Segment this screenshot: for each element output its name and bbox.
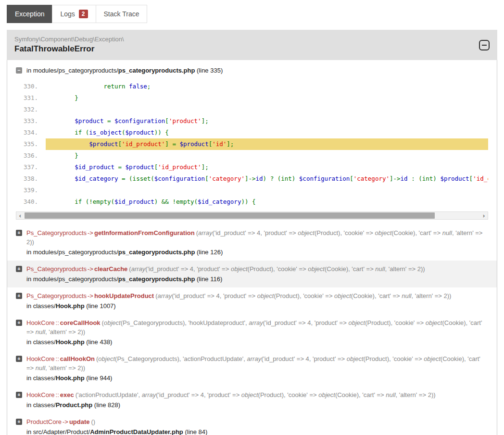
trace-class: Ps_Categoryproducts [26,292,87,299]
code-text: return false; [46,81,488,92]
trace-location: in classes/Hook.php (line 1007) [26,301,488,311]
trace-location: in modules/ps_categoryproducts/ps_catego… [26,248,488,257]
trace-method: hookUpdateProduct [94,292,154,299]
exception-namespace: Symfony\Component\Debug\Exception\ [14,36,490,43]
trace-class: Ps_Categoryproducts [26,265,87,273]
tab-stack-trace[interactable]: Stack Trace [96,5,148,23]
line-number: 337. [16,162,46,173]
line-number: 334. [16,127,46,138]
code-line: 332. [16,104,488,115]
tab-badge: 2 [79,10,88,18]
trace-source-line: − in modules/ps_categoryproducts/ps_cate… [7,67,497,74]
line-number: 340. [16,196,46,208]
trace-call: HookCore::callHookOn(object(Ps_Categoryp… [26,354,488,373]
trace-class: HookCore [26,355,55,362]
code-line: 340. if (!empty($id_product) && !empty($… [16,196,488,208]
trace-arguments: ('actionProductUpdate', array('id_produc… [76,391,436,398]
code-line: 330. return false; [16,81,488,92]
source-file-path: in modules/ps_categoryproducts/ps_catego… [26,67,223,74]
line-number: 331. [16,92,46,104]
tab-label: Exception [15,10,44,18]
line-number: 332. [16,104,46,115]
expand-toggle-icon[interactable]: + [16,419,22,425]
code-text: } [46,92,488,104]
trace-class: HookCore [26,391,55,398]
code-text: if (!empty($id_product) && !empty($id_ca… [46,196,488,208]
expand-toggle-icon[interactable]: + [16,320,22,326]
source-line-number: (line 335) [195,67,223,74]
expand-toggle-icon[interactable]: + [16,230,22,236]
source-prefix: in [26,67,33,74]
trace-entry: + Ps_Categoryproducts->clearCache(array(… [7,261,497,287]
line-number: 339. [16,185,46,196]
code-text: $product['id_product'] = $product['id']; [46,138,488,150]
scrollbar-thumb[interactable] [25,212,435,219]
trace-arguments: (array('id_product' => 4, 'product' => o… [155,292,451,299]
trace-method: exec [60,391,74,398]
expand-toggle-icon[interactable]: + [16,356,22,362]
trace-call: ProductCore->update() [26,417,488,426]
trace-call-separator: -> [87,229,94,236]
trace-entry: + ProductCore->update() in src/Adapter/P… [7,413,497,435]
expand-toggle-icon[interactable]: + [16,293,22,299]
exception-class-name: FatalThrowableError [14,44,490,54]
exception-header: Symfony\Component\Debug\Exception\ Fatal… [7,30,497,60]
trace-class: HookCore [26,319,55,326]
code-line: 334. if (is_object($product)) { [16,127,488,138]
line-number: 336. [16,150,46,162]
tab-label: Logs [60,10,75,18]
line-number: 335. [16,138,46,150]
exception-panel: Symfony\Component\Debug\Exception\ Fatal… [7,30,497,435]
trace-call: Ps_Categoryproducts->clearCache(array('i… [26,264,488,273]
trace-method: coreCallHook [60,319,101,326]
expand-toggle-icon[interactable]: + [16,266,22,272]
collapse-panel-icon[interactable] [479,40,490,50]
trace-call-separator: :: [55,355,60,362]
code-line: 331. } [16,92,488,104]
horizontal-scrollbar[interactable]: ‹ › [16,211,488,220]
trace-method: clearCache [94,265,127,273]
trace-call: Ps_Categoryproducts->getInformationFromC… [26,228,488,247]
trace-call: HookCore::exec('actionProductUpdate', ar… [26,390,488,399]
tab-logs[interactable]: Logs 2 [52,5,96,23]
tab-bar: Exception Logs 2 Stack Trace [7,5,497,23]
trace-call-separator: :: [55,319,60,326]
trace-call-separator: -> [87,292,94,299]
trace-location: in src/Adapter/Product/AdminProductDataU… [26,427,488,435]
code-line: 335. $product['id_product'] = $product['… [16,138,488,150]
scroll-left-arrow-icon[interactable]: ‹ [16,212,24,219]
stack-trace-list: + Ps_Categoryproducts->getInformationFro… [7,224,497,435]
trace-method: getInformationFromConfiguration [94,229,195,236]
trace-call-separator: -> [62,418,69,425]
tab-exception[interactable]: Exception [7,5,52,23]
trace-location: in classes/Product.php (line 828) [26,400,488,410]
trace-arguments: (array('id_product' => 4, 'product' => o… [129,265,425,273]
trace-method: callHookOn [60,355,95,362]
trace-entry: + HookCore::coreCallHook(object(Ps_Categ… [7,314,497,350]
code-text: if (is_object($product)) { [46,127,488,138]
trace-class: ProductCore [26,418,62,425]
scroll-right-arrow-icon[interactable]: › [480,212,488,219]
tab-label: Stack Trace [104,10,139,18]
collapse-toggle-icon[interactable]: − [16,67,22,74]
trace-entry: + Ps_Categoryproducts->hookUpdateProduct… [7,287,497,314]
expand-toggle-icon[interactable]: + [16,392,22,398]
trace-location: in classes/Hook.php (line 438) [26,337,488,347]
trace-location: in classes/Hook.php (line 944) [26,373,488,383]
trace-call-separator: :: [55,391,60,398]
code-line: 336. } [16,150,488,162]
code-text: $id_category = (isset($configuration['ca… [46,173,488,185]
trace-method: update [69,418,90,425]
source-dir: modules/ps_categoryproducts/ [33,67,118,74]
code-line: 337. $id_product = $product['id_product'… [16,162,488,173]
trace-entry: + HookCore::callHookOn(object(Ps_Categor… [7,350,497,386]
minus-bar [482,45,487,46]
code-line: 338. $id_category = (isset($configuratio… [16,173,488,185]
code-excerpt: 330. return false; 331. } 332. 333. $pro… [16,81,488,208]
source-file: ps_categoryproducts.php [118,67,195,74]
exception-page: Exception Logs 2 Stack Trace Symfony\Com… [0,0,504,435]
code-text [46,104,488,115]
trace-arguments: () [91,418,96,425]
trace-location: in modules/ps_categoryproducts/ps_catego… [26,274,488,284]
trace-panel: − in modules/ps_categoryproducts/ps_cate… [7,60,497,435]
